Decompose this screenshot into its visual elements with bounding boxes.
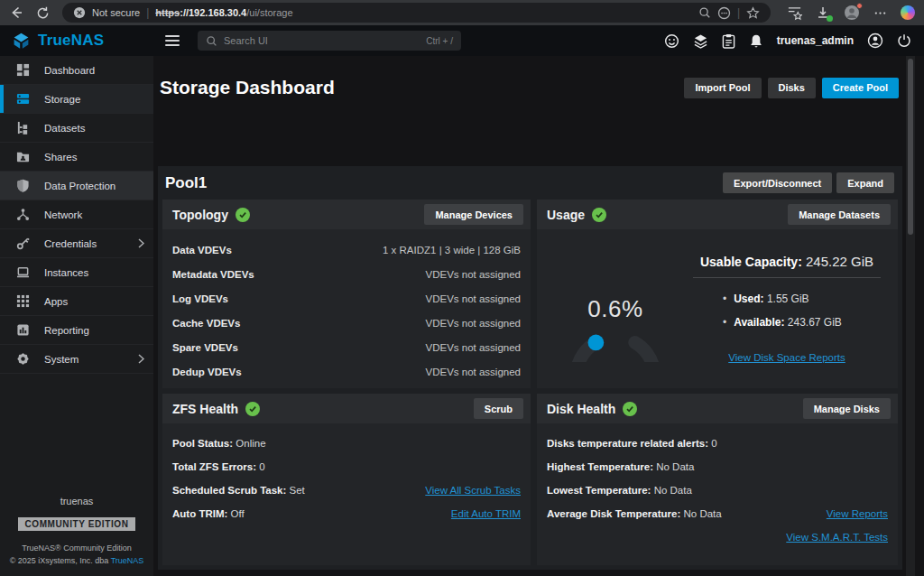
- sidebar-label: Datasets: [44, 123, 85, 134]
- sidebar-label: Apps: [44, 296, 68, 307]
- key-icon: [15, 237, 30, 250]
- pool-card-group: Pool1 Export/Disconnect Expand Topology …: [158, 166, 902, 570]
- sidenav-toggle-button[interactable]: [165, 35, 180, 46]
- favorite-star-icon[interactable]: [746, 6, 760, 20]
- temp-alerts-row: Disks temperature related alerts: 0: [547, 432, 888, 455]
- disk-health-title: Disk Health: [547, 402, 615, 416]
- truenas-logo[interactable]: TrueNAS: [0, 32, 153, 51]
- download-button[interactable]: [816, 5, 830, 20]
- usage-card-body: 0.6% Usable Capacity: 245.22 GiB •Used: …: [537, 229, 898, 388]
- shield-icon: [15, 179, 30, 192]
- highest-temp-row: Highest Temperature: No Data: [547, 455, 888, 478]
- avg-temp-row: Average Disk Temperature: No DataView Re…: [547, 502, 888, 525]
- sidebar-item-storage[interactable]: Storage: [0, 85, 153, 114]
- bar-chart-icon: [15, 323, 30, 337]
- disks-button[interactable]: Disks: [768, 78, 816, 98]
- edition-badge: COMMUNITY EDITION: [18, 517, 134, 531]
- main-content: Storage Dashboard Import Pool Disks Crea…: [153, 56, 915, 576]
- sidebar-item-datasets[interactable]: Datasets: [0, 114, 153, 143]
- jobs-button[interactable]: [722, 33, 735, 49]
- collections-icon[interactable]: [787, 5, 802, 21]
- sidebar-item-network[interactable]: Network: [0, 200, 153, 229]
- copilot-icon[interactable]: [901, 5, 915, 20]
- power-menu-button[interactable]: [897, 33, 911, 48]
- topology-title: Topology: [172, 208, 228, 222]
- usage-gauge: 0.6%: [562, 255, 669, 362]
- pool-header: Pool1 Export/Disconnect Expand: [162, 166, 898, 200]
- truenas-link[interactable]: TrueNAS: [111, 556, 144, 565]
- address-bar[interactable]: Not secure | https://192.168.30.4/ui/sto…: [62, 3, 771, 23]
- sidebar-item-shares[interactable]: Shares: [0, 143, 153, 172]
- view-reports-link[interactable]: View Reports: [827, 508, 888, 519]
- hostname: truenas: [0, 496, 153, 506]
- expand-button[interactable]: Expand: [836, 172, 894, 193]
- network-icon: [15, 208, 30, 221]
- gear-icon: [15, 352, 30, 366]
- export-disconnect-button[interactable]: Export/Disconnect: [723, 172, 832, 193]
- sidebar-item-dashboard[interactable]: Dashboard: [0, 56, 153, 85]
- view-smart-tests-link[interactable]: View S.M.A.R.T. Tests: [786, 532, 888, 543]
- sidebar-label: Shares: [44, 152, 77, 163]
- scrollbar-thumb[interactable]: [908, 59, 913, 235]
- feedback-icon[interactable]: [717, 6, 731, 20]
- sidebar-label: Reporting: [44, 325, 89, 336]
- datasets-icon: [15, 121, 30, 135]
- view-all-scrub-tasks-link[interactable]: View All Scrub Tasks: [425, 485, 521, 496]
- shares-folder-icon: [15, 150, 30, 163]
- sidebar-item-reporting[interactable]: Reporting: [0, 316, 153, 345]
- manage-disks-button[interactable]: Manage Disks: [803, 398, 891, 419]
- browser-back-button[interactable]: [9, 5, 23, 20]
- chevron-right-icon: [138, 238, 144, 248]
- profile-alert-badge: [856, 3, 863, 9]
- storage-icon: [15, 92, 30, 106]
- topbar-actions: truenas_admin: [664, 33, 924, 49]
- sidebar-item-system[interactable]: System: [0, 345, 153, 374]
- global-search[interactable]: Ctrl + /: [198, 31, 461, 51]
- create-pool-button[interactable]: Create Pool: [822, 78, 899, 98]
- download-done-badge: [827, 15, 833, 22]
- sidebar-item-data-protection[interactable]: Data Protection: [0, 172, 153, 200]
- view-disk-space-reports-link[interactable]: View Disk Space Reports: [728, 352, 845, 363]
- topology-row: Cache VDEVsVDEVs not assigned: [172, 311, 521, 335]
- sidebar-label: Storage: [44, 94, 80, 105]
- topology-row: Dedup VDEVsVDEVs not assigned: [172, 359, 521, 384]
- back-arrow-icon: [9, 5, 23, 20]
- account-menu-button[interactable]: [867, 33, 883, 49]
- manage-devices-button[interactable]: Manage Devices: [424, 204, 523, 225]
- topology-row: Log VDEVsVDEVs not assigned: [172, 286, 521, 311]
- disk-health-card-body: Disks temperature related alerts: 0 High…: [537, 423, 898, 565]
- truecommand-button[interactable]: [693, 33, 708, 49]
- search-input[interactable]: [224, 35, 420, 46]
- edit-auto-trim-link[interactable]: Edit Auto TRIM: [451, 508, 521, 519]
- sidebar-item-apps[interactable]: Apps: [0, 287, 153, 316]
- page-header: Storage Dashboard Import Pool Disks Crea…: [153, 56, 915, 98]
- browser-menu-icon[interactable]: [873, 6, 887, 20]
- main-scrollbar[interactable]: [906, 56, 915, 576]
- chevron-right-icon: [138, 354, 144, 364]
- scrub-button[interactable]: Scrub: [474, 398, 523, 419]
- zoom-icon[interactable]: [698, 6, 711, 19]
- manage-datasets-button[interactable]: Manage Datasets: [788, 204, 891, 225]
- topology-card-header: Topology Manage Devices: [162, 200, 531, 229]
- not-secure-icon: [73, 6, 86, 19]
- sidebar-item-credentials[interactable]: Credentials: [0, 229, 153, 258]
- topology-row: Spare VDEVsVDEVs not assigned: [172, 335, 521, 359]
- sidebar-label: Instances: [44, 267, 88, 278]
- feedback-button[interactable]: [664, 33, 679, 49]
- copyright-text: © 2025 iXsystems, Inc. dba TrueNAS: [0, 556, 153, 565]
- security-chip[interactable]: Not secure: [92, 7, 140, 18]
- refresh-icon: [36, 6, 50, 20]
- browser-refresh-button[interactable]: [36, 6, 50, 20]
- topology-row: Data VDEVs1 x RAIDZ1 | 3 wide | 128 GiB: [172, 237, 521, 262]
- sidebar-footer: truenas COMMUNITY EDITION TrueNAS® Commu…: [0, 496, 153, 576]
- page-url[interactable]: https://192.168.30.4/ui/storage: [155, 7, 292, 18]
- browser-profile-button[interactable]: [844, 5, 860, 21]
- sidebar-item-instances[interactable]: Instances: [0, 258, 153, 287]
- used-row: •Used: 1.55 GiB: [723, 287, 882, 311]
- alerts-bell-button[interactable]: [749, 33, 763, 49]
- usage-title: Usage: [547, 208, 585, 222]
- import-pool-button[interactable]: Import Pool: [684, 78, 761, 98]
- usage-card: Usage Manage Datasets 0.6% Usable Capaci…: [537, 200, 898, 388]
- healthy-check-icon: [623, 402, 637, 416]
- page-title: Storage Dashboard: [160, 77, 335, 98]
